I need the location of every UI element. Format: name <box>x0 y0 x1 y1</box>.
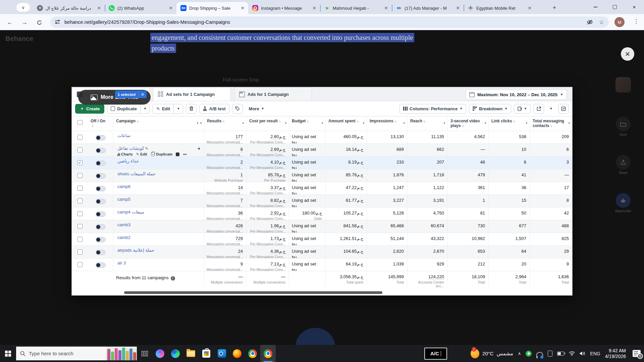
table-row[interactable]: ✓حذاء رياضي2Messaging conversat...4.10ج.… <box>72 157 572 169</box>
browser-tab[interactable]: Egyptian Mobile Ret✕ <box>464 2 535 14</box>
table-row[interactable]: airpods حملة إعلانية24Messaging conversa… <box>72 246 572 258</box>
tag-button[interactable] <box>232 104 243 114</box>
row-checkbox[interactable]: ✓ <box>72 157 88 169</box>
row-checkbox[interactable] <box>72 207 88 220</box>
tab-close-icon[interactable]: ✕ <box>239 5 246 11</box>
reload-button[interactable] <box>34 17 44 27</box>
browser-tab[interactable]: (2) WhatsApp✕ <box>105 2 176 14</box>
row-checkbox[interactable] <box>72 195 88 207</box>
row-toggle[interactable] <box>88 131 113 143</box>
campaign-link[interactable]: حذاء رياضي <box>117 159 139 164</box>
header-cost[interactable]: Cost per result↑↓▼ <box>247 116 289 131</box>
tab-close-icon[interactable]: ✕ <box>527 5 533 11</box>
campaign-link[interactable]: air 3 <box>117 260 126 265</box>
campaign-name-cell[interactable]: air 3 <box>113 258 204 271</box>
row-toggle[interactable] <box>88 258 113 271</box>
campaign-link[interactable]: camp6 <box>117 184 130 189</box>
row-toggle[interactable] <box>88 220 113 233</box>
header-budget[interactable]: Budget↑↓▼ <box>289 116 326 131</box>
tab-close-icon[interactable]: ✕ <box>455 5 461 11</box>
tab-close-icon[interactable]: ✕ <box>383 5 389 11</box>
header-video-plays[interactable]: 3-second video plays↑↓▼ <box>448 116 489 131</box>
header-impressions[interactable]: Impressions↑↓▼ <box>367 116 408 131</box>
tab-ads[interactable]: Ads for 1 Campaign <box>234 87 312 101</box>
save-action[interactable]: Save <box>614 117 632 136</box>
more-actions-icon[interactable]: ••• <box>183 152 187 156</box>
charts-panel-button[interactable] <box>558 104 569 114</box>
taskbar-chrome-active[interactable] <box>260 345 276 362</box>
duplicate-action[interactable]: Duplicate <box>151 152 173 156</box>
campaign-name-cell[interactable]: camb3 <box>113 220 204 233</box>
clear-selection-icon[interactable]: ✕ <box>138 90 147 98</box>
row-toggle[interactable] <box>88 246 113 258</box>
edit-dropdown[interactable]: ▼ <box>174 104 183 114</box>
row-toggle[interactable] <box>88 169 113 182</box>
row-checkbox[interactable] <box>72 182 88 194</box>
row-checkbox[interactable] <box>72 144 88 156</box>
row-toggle[interactable] <box>88 207 113 220</box>
campaign-name-cell[interactable]: كوتشات تفاعل ✎➤Charts✎ EditDuplicate••• <box>113 144 204 156</box>
campaign-link[interactable]: camp4 مبيعات <box>117 209 144 215</box>
appreciate-thumbs-up-icon[interactable] <box>616 193 631 208</box>
browser-tab[interactable]: ∞(17) Ads Manager - M✕ <box>392 2 464 14</box>
tab-close-icon[interactable]: ✕ <box>311 5 317 11</box>
row-toggle[interactable] <box>88 157 113 169</box>
edit-action[interactable]: ✎ Edit <box>136 152 147 157</box>
notification-center[interactable]: 5 <box>633 350 641 357</box>
forward-button[interactable]: → <box>19 17 30 27</box>
row-checkbox[interactable] <box>72 169 88 182</box>
campaign-link[interactable]: airpods حملة إعلانية <box>117 248 154 253</box>
row-checkbox[interactable] <box>72 131 88 143</box>
table-row[interactable]: shoes حملة المبيعات1Website Purchase85.7… <box>72 169 572 182</box>
date-range-picker[interactable]: Maximum: Nov 10, 2022 – Dec 10, 2025 ▼ <box>466 89 567 100</box>
row-toggle[interactable] <box>88 233 113 245</box>
appreciate-action[interactable]: Appreciate <box>614 193 632 213</box>
tab-ad-sets[interactable]: Ad sets for 1 Campaign <box>153 87 231 101</box>
edit-button[interactable]: ✎ Edit <box>153 104 174 114</box>
taskbar-file-explorer[interactable] <box>183 345 199 362</box>
speaker-icon[interactable] <box>580 351 585 356</box>
campaign-link[interactable]: shoes حملة المبيعات <box>117 171 156 176</box>
campaign-name-cell[interactable]: ساعات <box>113 131 204 143</box>
url-text[interactable]: behance.net/gallery/242579287/Drop-Shipp… <box>64 19 581 25</box>
wifi-icon[interactable] <box>569 351 575 356</box>
table-row[interactable]: camb3426Messaging conversat...1.98ج.مPer… <box>72 220 572 233</box>
header-reach[interactable]: Reach↑↓▼ <box>408 116 448 131</box>
phone-link-icon[interactable] <box>548 351 552 357</box>
browser-tab[interactable]: BēDrop Shipping – Sale✕ <box>176 2 248 14</box>
taskbar-search-input[interactable]: Type here to search <box>16 347 137 360</box>
clock[interactable]: 9:42 AM 4/19/2026 <box>605 348 626 359</box>
campaign-name-cell[interactable]: camp6 <box>113 182 204 194</box>
browser-tab[interactable]: ✳دراسة حالة مركز علاج ال✕ <box>33 2 105 14</box>
new-tab-button[interactable]: + <box>550 3 559 12</box>
back-button[interactable]: ← <box>5 17 15 27</box>
pin-icon[interactable]: ➤ <box>197 146 202 152</box>
ab-test-button[interactable]: A/B test <box>199 104 229 114</box>
header-campaign[interactable]: Campaign↑↓▼ ▼ <box>113 116 204 131</box>
reports-button[interactable]: ▼ <box>514 104 531 114</box>
campaign-name-cell[interactable]: camb2 <box>113 233 204 245</box>
start-button[interactable] <box>0 345 16 362</box>
tray-expand-chevron[interactable]: ∧ <box>518 351 521 356</box>
row-toggle[interactable] <box>88 144 113 156</box>
headset-icon[interactable] <box>536 352 543 357</box>
create-button[interactable]: ＋ Create <box>75 104 104 114</box>
minimize-button[interactable] <box>586 0 605 14</box>
taskbar-edge[interactable] <box>168 345 183 362</box>
info-icon[interactable]: i <box>171 276 175 281</box>
tab-close-icon[interactable]: ✕ <box>168 5 174 11</box>
maximize-button[interactable] <box>605 0 625 14</box>
taskbar-firefox[interactable] <box>229 345 245 362</box>
more-button[interactable]: More ▼ <box>246 104 268 114</box>
close-window-button[interactable]: ✕ <box>625 0 644 14</box>
row-toggle[interactable] <box>88 195 113 207</box>
campaign-name-cell[interactable]: camp4 مبيعات <box>113 207 204 220</box>
address-bar[interactable]: behance.net/gallery/242579287/Drop-Shipp… <box>50 16 609 28</box>
save-folder-icon[interactable] <box>616 117 631 131</box>
select-all-checkbox[interactable] <box>72 116 88 131</box>
table-row[interactable]: camp614Messaging conversat...3.37ج.مPer … <box>72 182 572 195</box>
task-view-button[interactable] <box>137 345 152 362</box>
header-spent[interactable]: Amount spent↑↓▼ <box>326 116 367 131</box>
campaign-name-cell[interactable]: حذاء رياضي <box>113 157 204 169</box>
lightbox-close-button[interactable]: ✕ <box>621 47 634 61</box>
